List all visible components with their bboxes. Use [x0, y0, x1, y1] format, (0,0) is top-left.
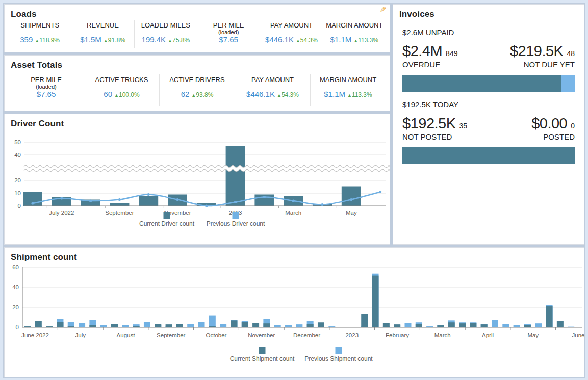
- legend-current-shipment-count-swatch[interactable]: [259, 347, 266, 354]
- current-shipment-bar[interactable]: [459, 323, 466, 327]
- overdue-group[interactable]: $2.4M 849 OVERDUE: [402, 43, 457, 69]
- not-posted-group[interactable]: $192.5K 35 NOT POSTED: [402, 115, 467, 141]
- line-marker[interactable]: [321, 203, 323, 206]
- previous-shipment-bar[interactable]: [144, 322, 150, 327]
- kpi-revenue[interactable]: REVENUE$1.5M▲91.8%: [71, 20, 134, 48]
- current-shipment-bar[interactable]: [263, 323, 270, 327]
- kpi-value-row: $1.5M▲91.8%: [80, 35, 125, 44]
- current-shipment-bar[interactable]: [166, 324, 172, 327]
- today-stacked-bar[interactable]: [402, 147, 575, 164]
- kpi-value: 62: [181, 90, 190, 98]
- kpi-delta: ▲93.8%: [191, 91, 213, 98]
- kpi-value-row: 60▲100.0%: [104, 90, 139, 98]
- current-shipment-bar[interactable]: [448, 322, 455, 327]
- current-shipment-bar[interactable]: [307, 324, 314, 327]
- current-shipment-bar[interactable]: [416, 324, 422, 327]
- up-arrow-icon: ▲: [296, 38, 300, 43]
- line-marker[interactable]: [118, 198, 121, 201]
- previous-shipment-bar[interactable]: [404, 323, 411, 327]
- line-marker[interactable]: [292, 199, 295, 202]
- current-shipment-bar[interactable]: [557, 321, 564, 327]
- current-shipment-bar[interactable]: [252, 323, 259, 327]
- current-shipment-bar[interactable]: [176, 324, 183, 327]
- kpi-value-row: $7.65: [219, 35, 238, 44]
- current-shipment-bar[interactable]: [383, 323, 390, 327]
- up-arrow-icon: ▲: [347, 93, 352, 98]
- legend-previous-driver-count-label[interactable]: Previous Driver count: [207, 220, 265, 227]
- not-posted-count: 35: [459, 122, 468, 130]
- current-shipment-bar[interactable]: [372, 276, 379, 327]
- previous-shipment-bar[interactable]: [535, 323, 542, 327]
- previous-shipment-bar[interactable]: [209, 316, 216, 327]
- kpi-pay-amount[interactable]: PAY AMOUNT$446.1K▲54.3%: [260, 20, 322, 48]
- current-shipment-bar[interactable]: [89, 325, 96, 327]
- kpi-value-row: 199.4K▲75.8%: [142, 35, 190, 44]
- line-marker[interactable]: [176, 198, 178, 201]
- line-marker[interactable]: [147, 193, 150, 196]
- edit-pencil-icon[interactable]: ✎: [380, 5, 387, 14]
- kpi-loaded-miles[interactable]: LOADED MILES199.4K▲75.8%: [134, 20, 197, 48]
- line-marker[interactable]: [379, 191, 381, 193]
- legend-current-driver-count-swatch[interactable]: [164, 212, 170, 219]
- line-marker[interactable]: [31, 202, 34, 204]
- legend-previous-driver-count-swatch[interactable]: [233, 212, 239, 219]
- previous-shipment-bar[interactable]: [492, 320, 498, 327]
- current-shipment-bar[interactable]: [470, 323, 476, 327]
- current-shipment-bar[interactable]: [318, 322, 324, 327]
- kpi-active-drivers[interactable]: ACTIVE DRIVERS62▲93.8%: [159, 74, 235, 106]
- current-shipment-bar[interactable]: [524, 325, 531, 327]
- driver-x-label: September: [105, 210, 134, 216]
- unpaid-kpi-row: $2.4M 849 OVERDUE $219.5K 48 NOT DUE YET: [402, 43, 575, 69]
- loads-kpi-row: SHIPMENTS359▲118.9%REVENUE$1.5M▲91.8%LOA…: [5, 19, 390, 48]
- driver-bar-september[interactable]: [110, 203, 129, 206]
- line-marker[interactable]: [205, 204, 208, 207]
- current-shipment-bar[interactable]: [546, 306, 553, 327]
- kpi-active-trucks[interactable]: ACTIVE TRUCKS60▲100.0%: [84, 74, 159, 106]
- legend-previous-shipment-count-label[interactable]: Previous Shipment count: [304, 355, 373, 362]
- kpi-label: PAY AMOUNT: [251, 76, 294, 84]
- kpi-per-mile[interactable]: PER MILE(loaded)$7.65: [197, 20, 260, 48]
- line-marker[interactable]: [89, 199, 92, 202]
- current-shipment-bar[interactable]: [231, 320, 237, 327]
- not-due-group[interactable]: $219.5K 48 NOT DUE YET: [510, 43, 575, 69]
- up-arrow-icon: ▲: [277, 93, 282, 98]
- not-posted-label: NOT POSTED: [402, 132, 467, 141]
- legend-current-driver-count-label[interactable]: Current Driver count: [139, 220, 195, 227]
- kpi-pay-amount[interactable]: PAY AMOUNT$446.1K▲54.3%: [235, 74, 310, 106]
- unpaid-stacked-bar[interactable]: [402, 75, 575, 92]
- driver-bar-october[interactable]: [139, 196, 158, 206]
- kpi-per-mile[interactable]: PER MILE(loaded)$7.65: [9, 74, 84, 106]
- shipment-count-chart[interactable]: 0204060June 2022JulyAugustSeptemberOctob…: [5, 262, 584, 370]
- current-shipment-bar[interactable]: [242, 322, 248, 327]
- current-shipment-bar[interactable]: [481, 324, 488, 327]
- current-shipment-bar[interactable]: [35, 321, 42, 327]
- driver-bar-may[interactable]: [342, 187, 361, 206]
- current-shipment-bar[interactable]: [361, 314, 368, 327]
- kpi-margin-amount[interactable]: MARGIN AMOUNT$1.1M▲113.3%: [323, 20, 386, 48]
- previous-shipment-bar[interactable]: [198, 322, 205, 327]
- shipment-x-label: July: [75, 332, 86, 338]
- line-marker[interactable]: [263, 196, 266, 198]
- line-marker[interactable]: [60, 197, 63, 199]
- kpi-margin-amount[interactable]: MARGIN AMOUNT$1.1M▲113.3%: [310, 74, 386, 106]
- driver-bar-2023[interactable]: [226, 146, 245, 206]
- shipment-x-label: May: [527, 332, 539, 338]
- line-marker[interactable]: [234, 201, 237, 203]
- kpi-value: $1.5M: [80, 35, 101, 44]
- kpi-shipments[interactable]: SHIPMENTS359▲118.9%: [9, 20, 71, 48]
- line-marker[interactable]: [350, 198, 352, 201]
- previous-shipment-bar[interactable]: [79, 323, 85, 327]
- current-shipment-bar[interactable]: [394, 324, 400, 327]
- legend-previous-shipment-count-swatch[interactable]: [336, 347, 342, 354]
- driver-count-chart[interactable]: 010204050July 2022SeptemberNovember2023M…: [5, 129, 390, 237]
- not-posted-bar-segment[interactable]: [402, 147, 575, 164]
- legend-current-shipment-count-label[interactable]: Current Shipment count: [230, 355, 295, 362]
- current-shipment-bar[interactable]: [111, 324, 118, 327]
- not-due-bar-segment[interactable]: [561, 75, 575, 92]
- overdue-amount: $2.4M: [402, 43, 442, 60]
- posted-group[interactable]: $0.00 0 POSTED: [531, 115, 575, 141]
- kpi-delta: ▲118.9%: [35, 37, 60, 44]
- overdue-bar-segment[interactable]: [402, 75, 561, 92]
- current-shipment-bar[interactable]: [155, 324, 161, 327]
- current-shipment-bar[interactable]: [57, 322, 63, 327]
